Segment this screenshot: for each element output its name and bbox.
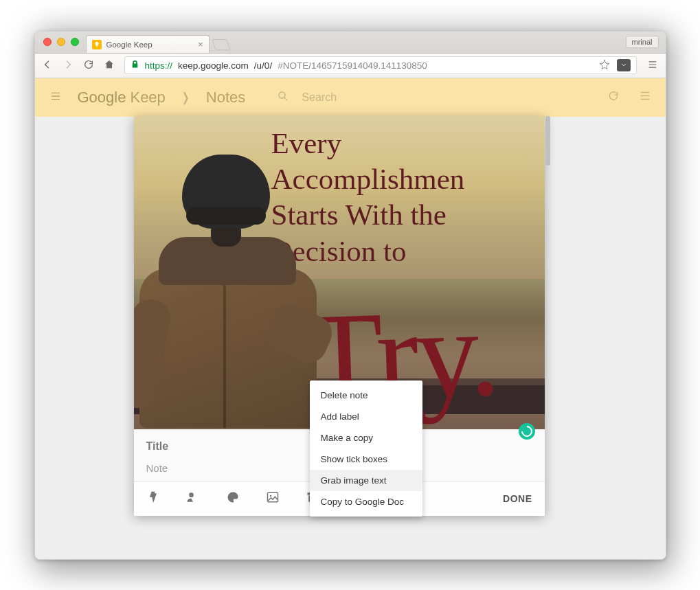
forward-button[interactable]: [63, 59, 74, 72]
browser-tab[interactable]: Google Keep ×: [86, 35, 210, 53]
keep-app-bar: Google Keep ❯ Notes Search: [35, 78, 666, 117]
lock-icon: [131, 60, 139, 71]
minimize-window-button[interactable]: [57, 38, 65, 46]
back-button[interactable]: [42, 59, 53, 72]
svg-point-4: [235, 496, 236, 497]
browser-window: Google Keep × mrinal https:// keep.googl…: [34, 31, 666, 560]
window-controls: [35, 38, 79, 46]
new-tab-button[interactable]: [212, 39, 231, 50]
tab-strip: Google Keep × mrinal: [35, 32, 666, 54]
omnibox[interactable]: https:// keep.google.com /u/0/ #NOTE/146…: [124, 56, 637, 74]
menu-item-add-label[interactable]: Add label: [310, 406, 422, 427]
done-button[interactable]: DONE: [503, 493, 532, 504]
brand-keep: Keep: [130, 89, 165, 106]
reload-button[interactable]: [83, 59, 94, 72]
svg-rect-5: [267, 492, 278, 501]
address-bar: https:// keep.google.com /u/0/ #NOTE/146…: [35, 54, 666, 78]
note-overflow-menu: Delete note Add label Make a copy Show t…: [310, 381, 422, 517]
remind-me-icon[interactable]: [146, 490, 160, 507]
url-path: /u/0/: [254, 60, 272, 71]
close-window-button[interactable]: [43, 38, 52, 46]
menu-item-grab-image-text[interactable]: Grab image text: [310, 470, 422, 491]
profile-badge[interactable]: mrinal: [626, 36, 659, 48]
url-scheme: https://: [145, 60, 173, 71]
brand-google: Google: [78, 89, 126, 106]
breadcrumb[interactable]: Notes: [206, 89, 245, 106]
grammarly-icon[interactable]: [519, 423, 535, 440]
menu-item-delete-note[interactable]: Delete note: [310, 385, 422, 406]
svg-point-3: [234, 494, 235, 495]
menu-item-copy-to-google-doc[interactable]: Copy to Google Doc: [310, 491, 422, 512]
zoom-window-button[interactable]: [71, 38, 79, 46]
search-icon[interactable]: [277, 90, 289, 105]
menu-item-show-tick-boxes[interactable]: Show tick boxes: [310, 449, 422, 470]
person-silhouette: [134, 141, 313, 429]
bookmark-star-icon[interactable]: [599, 59, 610, 72]
pocket-extension-icon[interactable]: [617, 59, 631, 71]
svg-point-6: [269, 495, 271, 497]
svg-point-2: [231, 494, 232, 495]
hamburger-menu-icon[interactable]: [49, 91, 63, 104]
keep-brand[interactable]: Google Keep: [78, 89, 166, 106]
view-toggle-icon[interactable]: [638, 90, 652, 104]
search-input[interactable]: Search: [302, 91, 337, 104]
page-content: Google Keep ❯ Notes Search: [35, 78, 666, 559]
browser-menu-button[interactable]: [646, 60, 659, 71]
chevron-right-icon: ❯: [182, 90, 190, 105]
tab-title: Google Keep: [106, 41, 153, 49]
tab-close-icon[interactable]: ×: [198, 39, 203, 49]
url-hash: #NOTE/1465715914049.141130850: [278, 60, 427, 71]
home-button[interactable]: [104, 59, 115, 72]
keep-favicon-icon: [92, 40, 102, 49]
svg-point-0: [279, 92, 285, 98]
svg-point-1: [229, 496, 230, 497]
collaborator-icon[interactable]: [186, 490, 200, 507]
color-palette-icon[interactable]: [226, 490, 240, 507]
scrollbar-thumb[interactable]: [545, 116, 550, 166]
add-image-icon[interactable]: [266, 490, 280, 507]
menu-item-make-a-copy[interactable]: Make a copy: [310, 427, 422, 449]
url-host: keep.google.com: [178, 60, 249, 71]
refresh-icon[interactable]: [607, 90, 620, 104]
